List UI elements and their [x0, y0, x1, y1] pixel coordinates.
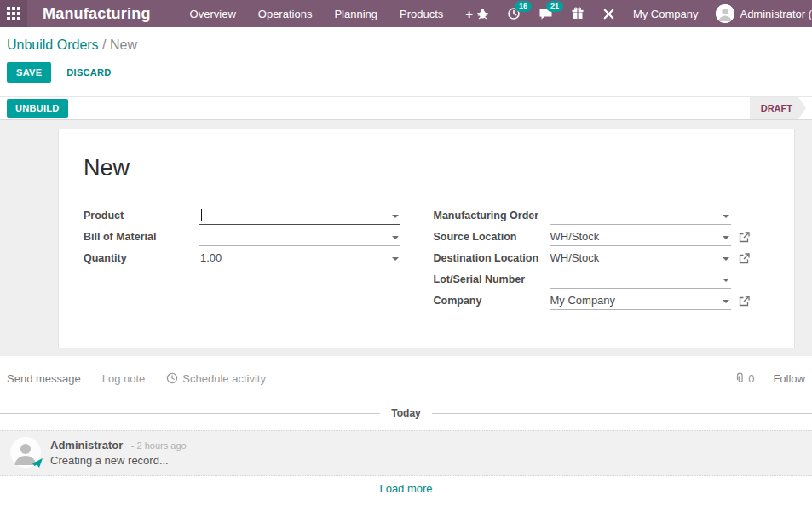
- menu-operations[interactable]: Operations: [258, 8, 313, 20]
- menu-products[interactable]: Products: [400, 8, 443, 20]
- form-buttons: SAVE DISCARD: [7, 62, 812, 83]
- status-draft[interactable]: DRAFT: [750, 97, 806, 119]
- schedule-activity-label: Schedule activity: [182, 372, 266, 385]
- log-note-button[interactable]: Log note: [102, 372, 146, 385]
- systray: 16 21 My Company: [476, 4, 812, 23]
- menu-planning[interactable]: Planning: [334, 8, 377, 20]
- quantity-input[interactable]: [199, 250, 295, 267]
- message-author[interactable]: Administrator: [50, 439, 123, 451]
- field-row-lot: Lot/Serial Number: [434, 267, 751, 289]
- mo-dropdown-icon[interactable]: [723, 215, 729, 218]
- save-button[interactable]: SAVE: [7, 62, 51, 83]
- top-navbar: Manufacturing Overview Operations Planni…: [0, 0, 812, 27]
- field-row-product: Product: [84, 204, 400, 225]
- attachments-count: 0: [748, 372, 754, 385]
- load-more-link[interactable]: Load more: [379, 482, 432, 495]
- chatter-message: Administrator - 2 hours ago Creating a n…: [0, 430, 812, 476]
- breadcrumb: Unbuild Orders / New: [7, 37, 812, 53]
- source-location-input[interactable]: [550, 228, 732, 245]
- activities-button[interactable]: 16: [507, 7, 521, 20]
- activities-badge: 16: [515, 1, 532, 12]
- schedule-activity-button[interactable]: Schedule activity: [166, 372, 266, 385]
- company-external-link-icon[interactable]: [731, 296, 750, 310]
- attachments-button[interactable]: 0: [734, 372, 754, 385]
- breadcrumb-unbuild-orders[interactable]: Unbuild Orders: [7, 37, 99, 52]
- right-column: Manufacturing Order Source Location: [434, 204, 751, 310]
- apps-menu-button[interactable]: [0, 0, 27, 27]
- dest-location-external-link-icon[interactable]: [731, 253, 750, 267]
- unbuild-button[interactable]: UNBUILD: [7, 99, 68, 118]
- field-row-mo: Manufacturing Order: [434, 204, 751, 225]
- source-location-dropdown-icon[interactable]: [723, 236, 729, 239]
- bom-input[interactable]: [199, 228, 400, 245]
- follow-button[interactable]: Follow: [773, 372, 805, 385]
- apps-grid-icon: [7, 7, 20, 20]
- day-divider: Today: [0, 407, 812, 419]
- field-row-company: Company: [434, 289, 751, 310]
- source-location-external-link-icon[interactable]: [731, 232, 750, 246]
- message-timestamp: - 2 hours ago: [131, 440, 187, 451]
- statusbar: UNBUILD DRAFT: [0, 96, 812, 120]
- text-cursor: [201, 209, 202, 221]
- send-message-button[interactable]: Send message: [7, 372, 81, 385]
- product-input[interactable]: [199, 207, 400, 224]
- uom-input[interactable]: [302, 250, 400, 267]
- message-body: Creating a new record...: [50, 454, 187, 467]
- form-view: New Product Bill of Material: [0, 120, 812, 356]
- paper-plane-icon: [32, 458, 43, 469]
- mo-input[interactable]: [550, 207, 732, 224]
- breadcrumb-current: New: [110, 37, 137, 52]
- schedule-clock-icon: [166, 372, 178, 384]
- chatter-toolbar: Send message Log note Schedule activity …: [7, 368, 805, 388]
- company-input[interactable]: [550, 292, 732, 309]
- product-dropdown-icon[interactable]: [392, 215, 399, 218]
- dest-location-input[interactable]: [550, 250, 732, 267]
- product-label: Product: [84, 210, 199, 225]
- bom-label: Bill of Material: [84, 231, 199, 246]
- company-label: Company: [434, 295, 550, 310]
- message-avatar[interactable]: [10, 437, 41, 468]
- debug-bug-icon[interactable]: [476, 8, 489, 20]
- field-row-bom: Bill of Material: [84, 225, 400, 246]
- chatter: Send message Log note Schedule activity …: [0, 368, 812, 496]
- company-switcher[interactable]: My Company: [633, 8, 699, 20]
- field-row-quantity: Quantity: [84, 246, 400, 267]
- user-menu[interactable]: Administrator (: [716, 4, 812, 23]
- tools-icon[interactable]: [602, 8, 615, 20]
- day-divider-label: Today: [380, 407, 431, 419]
- uom-dropdown-icon[interactable]: [392, 257, 399, 261]
- form-sheet: New Product Bill of Material: [58, 129, 795, 348]
- left-column: Product Bill of Material Quantity: [84, 204, 400, 310]
- source-location-label: Source Location: [434, 231, 550, 246]
- bom-dropdown-icon[interactable]: [392, 236, 399, 239]
- breadcrumb-slash: /: [102, 37, 106, 52]
- lot-dropdown-icon[interactable]: [723, 279, 729, 282]
- dest-location-dropdown-icon[interactable]: [723, 257, 729, 261]
- gift-icon[interactable]: [571, 7, 585, 20]
- lot-input[interactable]: [550, 271, 732, 288]
- paperclip-icon: [734, 372, 746, 384]
- discard-button[interactable]: DISCARD: [66, 67, 111, 78]
- user-avatar: [716, 4, 734, 23]
- record-title: New: [84, 155, 794, 181]
- app-menu: Overview Operations Planning Products +: [190, 7, 473, 21]
- company-dropdown-icon[interactable]: [723, 300, 729, 303]
- mo-label: Manufacturing Order: [434, 210, 550, 225]
- field-grid: Product Bill of Material Quantity: [59, 204, 794, 310]
- app-title[interactable]: Manufacturing: [43, 5, 151, 23]
- menu-overview[interactable]: Overview: [190, 8, 236, 20]
- lot-label: Lot/Serial Number: [434, 273, 550, 289]
- status-widget: DRAFT: [750, 97, 806, 119]
- dest-location-label: Destination Location: [434, 252, 550, 267]
- field-row-dest-location: Destination Location: [434, 246, 751, 267]
- quantity-label: Quantity: [84, 252, 199, 267]
- user-name: Administrator (: [740, 8, 812, 20]
- messages-button[interactable]: 21: [538, 7, 553, 20]
- menu-plus[interactable]: +: [465, 7, 473, 21]
- messages-badge: 21: [546, 1, 563, 12]
- control-panel: Unbuild Orders / New SAVE DISCARD: [0, 27, 812, 96]
- field-row-source-location: Source Location: [434, 225, 751, 246]
